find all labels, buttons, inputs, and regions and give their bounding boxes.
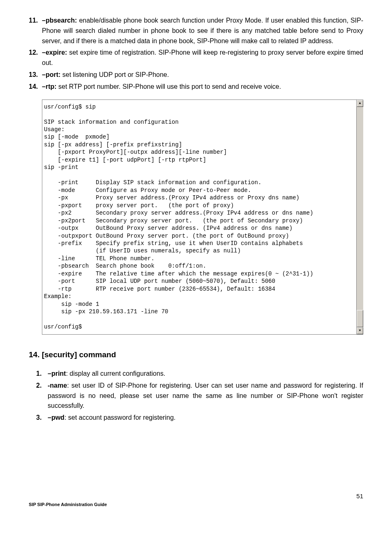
- item-text: set listening UDP port or SIP-Phone.: [60, 71, 169, 78]
- item-text: : display all current configurations.: [66, 370, 165, 377]
- terminal-text: usr/config$ sip SIP stack information an…: [42, 100, 356, 334]
- item-lead: -name: [48, 382, 67, 389]
- item-body: –pbsearch: enable/disable phone book sea…: [42, 16, 363, 46]
- list-item: 2. -name: set user ID of SIP-Phone for r…: [36, 381, 363, 411]
- page-number: 51: [356, 491, 363, 501]
- item-text: enable/disable phone book search functio…: [42, 17, 363, 44]
- list-item: 14. –rtp: set RTP port number. SIP-Phone…: [29, 82, 363, 92]
- item-number: 12.: [29, 48, 42, 68]
- item-lead: –port:: [42, 71, 60, 78]
- item-body: –pwd: set account password for registeri…: [48, 413, 363, 423]
- item-number: 2.: [36, 381, 48, 411]
- list-item: 12. –expire: set expire time of registra…: [29, 48, 363, 68]
- item-lead: –pbsearch:: [42, 17, 77, 24]
- item-number: 13.: [29, 70, 42, 80]
- item-body: –print: display all current configuratio…: [48, 369, 363, 379]
- list-item: 3. –pwd: set account password for regist…: [36, 413, 363, 423]
- item-lead: –rtp:: [42, 83, 57, 90]
- item-lead: –print: [48, 370, 66, 377]
- item-body: –expire: set expire time of registration…: [42, 48, 363, 68]
- item-text: : set user ID of SIP-Phone for registeri…: [48, 382, 363, 409]
- item-number: 11.: [29, 16, 42, 46]
- item-body: –rtp: set RTP port number. SIP-Phone wil…: [42, 82, 363, 92]
- page-footer: 51 SIP SIP-Phone Administration Guide: [29, 501, 363, 508]
- scroll-thumb[interactable]: [357, 310, 363, 327]
- scroll-up-icon[interactable]: ▲: [357, 100, 363, 107]
- item-body: –port: set listening UDP port or SIP-Pho…: [42, 70, 363, 80]
- list-item: 1. –print: display all current configura…: [36, 369, 363, 379]
- item-lead: –expire:: [42, 49, 67, 56]
- item-body: -name: set user ID of SIP-Phone for regi…: [48, 381, 363, 411]
- scroll-down-icon[interactable]: ▼: [357, 327, 363, 334]
- item-text: set expire time of registration. SIP-Pho…: [42, 49, 363, 66]
- list-item: 11. –pbsearch: enable/disable phone book…: [29, 16, 363, 46]
- scroll-track[interactable]: [357, 107, 363, 327]
- scrollbar[interactable]: ▲ ▼: [356, 100, 363, 334]
- list-item: 13. –port: set listening UDP port or SIP…: [29, 70, 363, 80]
- footer-text: SIP SIP-Phone Administration Guide: [29, 502, 107, 507]
- item-text: set RTP port number. SIP-Phone will use …: [57, 83, 281, 90]
- section-heading: 14. [security] command: [29, 349, 363, 361]
- item-text: : set account password for registering.: [65, 414, 175, 421]
- item-number: 1.: [36, 369, 48, 379]
- item-number: 14.: [29, 82, 42, 92]
- terminal-output: usr/config$ sip SIP stack information an…: [42, 99, 363, 335]
- item-lead: –pwd: [48, 414, 65, 421]
- item-number: 3.: [36, 413, 48, 423]
